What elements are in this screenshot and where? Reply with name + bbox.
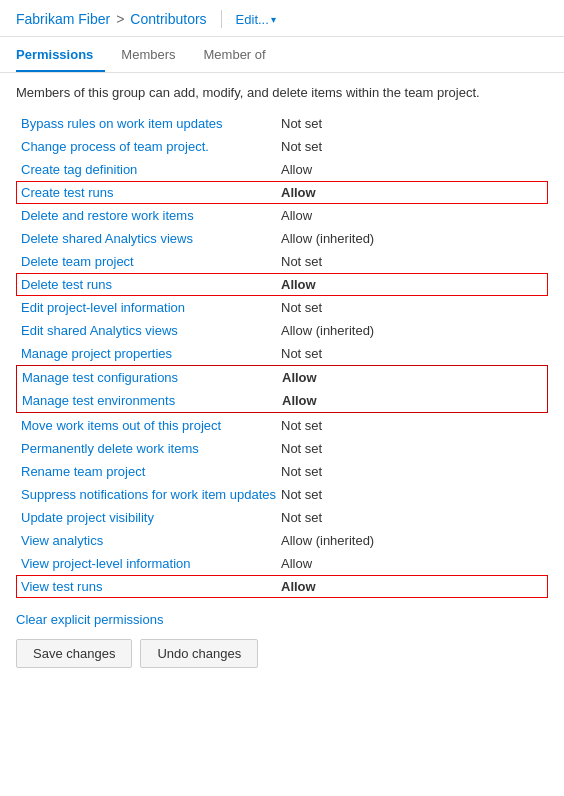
permission-name: Delete and restore work items (21, 208, 281, 223)
permission-value: Allow (281, 556, 543, 571)
main-content: Members of this group can add, modify, a… (0, 73, 564, 680)
project-link[interactable]: Fabrikam Fiber (16, 11, 110, 27)
breadcrumb-separator: > (116, 11, 124, 27)
permission-name: Create tag definition (21, 162, 281, 177)
undo-button[interactable]: Undo changes (140, 639, 258, 668)
permission-name: Manage test environments (22, 393, 282, 408)
permission-value: Allow (281, 185, 543, 200)
permissions-list: Bypass rules on work item updatesNot set… (16, 112, 548, 598)
table-row[interactable]: View test runsAllow (16, 575, 548, 598)
permission-value: Not set (281, 464, 543, 479)
permission-name: Delete shared Analytics views (21, 231, 281, 246)
table-row[interactable]: Change process of team project.Not set (16, 135, 548, 158)
table-row[interactable]: Rename team projectNot set (16, 460, 548, 483)
permission-value: Allow (281, 208, 543, 223)
table-row[interactable]: Suppress notifications for work item upd… (16, 483, 548, 506)
table-row[interactable]: Delete test runsAllow (16, 273, 548, 296)
table-row[interactable]: Manage test environmentsAllow (17, 389, 547, 412)
table-row[interactable]: Bypass rules on work item updatesNot set (16, 112, 548, 135)
permission-value: Allow (281, 277, 543, 292)
permission-name: Create test runs (21, 185, 281, 200)
permission-value: Not set (281, 418, 543, 433)
edit-label: Edit... (236, 12, 269, 27)
permission-name: View test runs (21, 579, 281, 594)
table-row[interactable]: Delete and restore work itemsAllow (16, 204, 548, 227)
table-row[interactable]: Permanently delete work itemsNot set (16, 437, 548, 460)
permission-name: Manage test configurations (22, 370, 282, 385)
permission-value: Not set (281, 487, 543, 502)
clear-permissions-link[interactable]: Clear explicit permissions (16, 612, 163, 627)
permission-name: Change process of team project. (21, 139, 281, 154)
table-row[interactable]: Manage project propertiesNot set (16, 342, 548, 365)
permission-value: Allow (282, 393, 542, 408)
permission-value: Not set (281, 116, 543, 131)
permission-name: Move work items out of this project (21, 418, 281, 433)
group-description: Members of this group can add, modify, a… (16, 85, 548, 100)
page-header: Fabrikam Fiber > Contributors Edit... ▾ (0, 0, 564, 37)
permission-value: Allow (281, 162, 543, 177)
table-row[interactable]: View analyticsAllow (inherited) (16, 529, 548, 552)
permission-name: Manage project properties (21, 346, 281, 361)
permission-name: Bypass rules on work item updates (21, 116, 281, 131)
chevron-down-icon: ▾ (271, 14, 276, 25)
permission-name: Suppress notifications for work item upd… (21, 487, 281, 502)
permission-name: View project-level information (21, 556, 281, 571)
edit-dropdown[interactable]: Edit... ▾ (236, 12, 276, 27)
group-link[interactable]: Contributors (130, 11, 206, 27)
permission-name: Delete test runs (21, 277, 281, 292)
table-row[interactable]: Edit project-level informationNot set (16, 296, 548, 319)
permission-value: Allow (inherited) (281, 231, 543, 246)
permission-value: Not set (281, 346, 543, 361)
permission-name: Update project visibility (21, 510, 281, 525)
permission-name: Rename team project (21, 464, 281, 479)
permission-value: Allow (inherited) (281, 323, 543, 338)
table-row[interactable]: Move work items out of this projectNot s… (16, 414, 548, 437)
permission-name: Edit shared Analytics views (21, 323, 281, 338)
table-row[interactable]: Create tag definitionAllow (16, 158, 548, 181)
permission-name: Delete team project (21, 254, 281, 269)
save-button[interactable]: Save changes (16, 639, 132, 668)
tabs-bar: PermissionsMembersMember of (0, 37, 564, 73)
table-row[interactable]: Create test runsAllow (16, 181, 548, 204)
permission-value: Not set (281, 441, 543, 456)
permission-value: Allow (282, 370, 542, 385)
permission-value: Not set (281, 254, 543, 269)
permission-value: Not set (281, 300, 543, 315)
clear-permissions-section: Clear explicit permissions (16, 612, 548, 627)
table-row[interactable]: View project-level informationAllow (16, 552, 548, 575)
permission-name: Edit project-level information (21, 300, 281, 315)
tab-members[interactable]: Members (121, 37, 187, 72)
tab-permissions[interactable]: Permissions (16, 37, 105, 72)
highlighted-group: Manage test configurationsAllowManage te… (16, 365, 548, 413)
table-row[interactable]: Update project visibilityNot set (16, 506, 548, 529)
permission-value: Allow (inherited) (281, 533, 543, 548)
table-row[interactable]: Delete team projectNot set (16, 250, 548, 273)
permission-name: Permanently delete work items (21, 441, 281, 456)
tab-member-of[interactable]: Member of (204, 37, 278, 72)
table-row[interactable]: Manage test configurationsAllow (17, 366, 547, 389)
permission-value: Allow (281, 579, 543, 594)
permission-value: Not set (281, 139, 543, 154)
action-buttons: Save changes Undo changes (16, 639, 548, 668)
table-row[interactable]: Delete shared Analytics viewsAllow (inhe… (16, 227, 548, 250)
permission-name: View analytics (21, 533, 281, 548)
permission-value: Not set (281, 510, 543, 525)
table-row[interactable]: Edit shared Analytics viewsAllow (inheri… (16, 319, 548, 342)
header-divider (221, 10, 222, 28)
